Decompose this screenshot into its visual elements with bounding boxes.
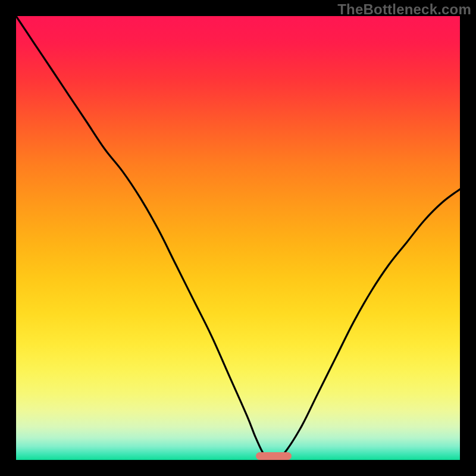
watermark-text: TheBottleneck.com <box>337 1 471 18</box>
bottleneck-curve <box>16 16 460 460</box>
plot-area <box>16 16 460 460</box>
optimal-marker <box>256 452 292 460</box>
